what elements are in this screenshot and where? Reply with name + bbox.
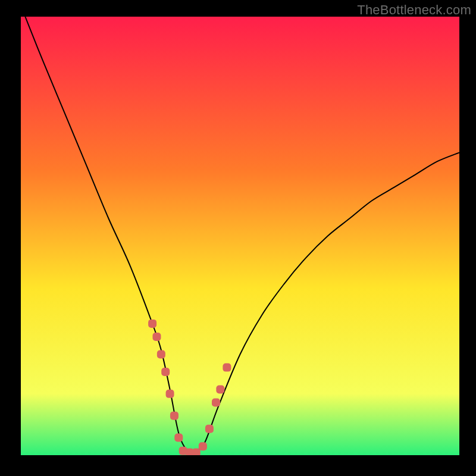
curve-marker [192, 449, 201, 455]
watermark-text: TheBottleneck.com [357, 2, 471, 18]
curve-marker [216, 385, 224, 393]
curve-marker [148, 320, 156, 328]
gradient-background [21, 17, 459, 455]
plot-svg [21, 17, 459, 455]
curve-marker [166, 390, 174, 398]
curve-marker [223, 364, 231, 372]
curve-marker [170, 412, 178, 420]
curve-marker [205, 425, 214, 433]
curve-marker [152, 333, 161, 341]
curve-marker [174, 434, 183, 442]
curve-marker [161, 368, 170, 376]
plot-area [21, 17, 459, 455]
curve-marker [157, 350, 165, 358]
curve-marker [199, 442, 207, 450]
curve-marker [212, 399, 220, 407]
chart-frame: TheBottleneck.com [0, 0, 476, 476]
